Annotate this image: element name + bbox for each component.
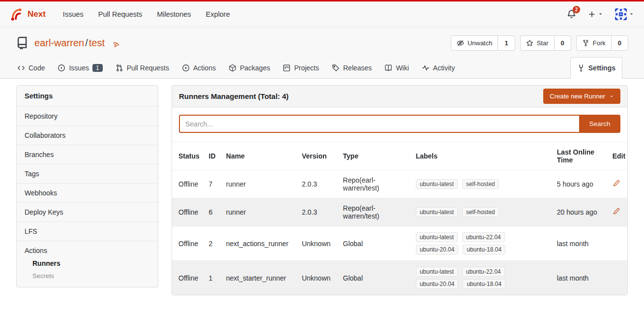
tab-pull-requests[interactable]: Pull Requests [109,57,176,78]
user-menu-dropdown[interactable] [615,8,634,20]
sidebar-item-branches[interactable]: Branches [17,145,158,164]
package-icon [229,64,236,72]
notifications-button[interactable]: 2 [567,9,576,19]
tab-projects-label: Projects [294,64,319,72]
star-label: Star [537,39,549,47]
sidebar-item-secrets[interactable]: Secrets [32,272,150,280]
unwatch-button[interactable]: Unwatch [451,36,498,50]
tab-code[interactable]: Code [11,57,51,78]
fork-button-group: Fork 0 [576,35,628,51]
tab-code-label: Code [29,64,45,72]
runner-status: Offline [172,226,205,261]
nav-link-issues[interactable]: Issues [56,10,91,18]
sidebar-item-deploy-keys[interactable]: Deploy Keys [17,202,158,222]
runners-panel-header: Runners Management (Total: 4) Create new… [172,86,627,107]
runner-last-online: 5 hours ago [553,170,609,198]
create-new-dropdown[interactable] [588,10,603,18]
sidebar-item-webhooks[interactable]: Webhooks [17,183,158,202]
pencil-icon [613,208,620,215]
sidebar-item-runners[interactable]: Runners [32,259,150,267]
fork-label: Fork [593,39,606,47]
sidebar-item-collaborators[interactable]: Collaborators [17,126,158,145]
settings-sidebar: Settings Repository Collaborators Branch… [16,85,158,287]
tab-issues-label: Issues [69,64,88,72]
sidebar-item-actions[interactable]: Actions [25,247,150,254]
runner-name: next_starter_runner [222,261,298,295]
sidebar-item-repository[interactable]: Repository [17,106,158,126]
edit-runner-button[interactable] [613,180,620,187]
tab-issues[interactable]: Issues 1 [51,57,109,78]
tab-packages-label: Packages [240,64,270,72]
runners-panel: Runners Management (Total: 4) Create new… [172,85,628,295]
brand-name: Next [28,9,46,19]
sidebar-group-actions: Actions Runners Secrets [17,241,158,287]
search-input[interactable] [179,115,579,133]
runner-label: self-hosted [462,179,499,189]
tab-projects[interactable]: Projects [276,57,325,78]
col-name: Name [222,142,298,170]
unwatch-label: Unwatch [468,39,493,47]
col-id: ID [205,142,222,170]
project-board-icon [283,64,291,72]
table-row: Offline 2 next_actions_runner Unknown Gl… [172,226,627,261]
tab-settings[interactable]: Settings [570,57,622,79]
runner-version: 2.0.3 [298,170,339,198]
runners-table: Status ID Name Version Type Labels Last … [172,142,627,295]
table-row: Offline 1 next_starter_runner Unknown Gl… [172,261,627,295]
tab-releases[interactable]: Releases [325,57,378,78]
chevron-down-icon [598,11,603,17]
forks-count[interactable]: 0 [611,36,628,50]
watch-button-group: Unwatch 1 [451,35,515,51]
runner-label: ubuntu-latest [416,207,458,217]
tab-activity[interactable]: Activity [415,57,461,78]
runner-label: ubuntu-20.04 [416,245,459,254]
star-button[interactable]: Star [521,36,554,50]
runner-status: Offline [172,170,205,198]
edit-runner-button[interactable] [613,208,620,215]
tag-icon [332,64,340,72]
runner-type: Repo(earl-warren/test) [339,198,412,226]
runner-label: ubuntu-latest [416,267,458,277]
watchers-count[interactable]: 1 [498,36,514,50]
sidebar-item-tags[interactable]: Tags [17,164,158,183]
create-new-runner-label: Create new Runner [550,93,605,100]
tab-wiki[interactable]: Wiki [378,57,415,78]
rss-feed-icon[interactable] [112,39,121,48]
runner-name: runner [222,170,298,198]
runner-id: 2 [205,226,222,261]
create-new-runner-button[interactable]: Create new Runner [543,89,620,104]
notification-count-badge: 2 [573,6,580,13]
col-type: Type [339,142,412,170]
nav-link-explore[interactable]: Explore [199,10,237,18]
tools-icon [577,64,585,72]
nav-link-pull-requests[interactable]: Pull Requests [91,10,149,18]
book-open-icon [384,64,392,72]
sidebar-item-lfs[interactable]: LFS [17,222,158,241]
stars-count[interactable]: 0 [554,36,571,50]
tab-releases-label: Releases [343,64,372,72]
tab-packages[interactable]: Packages [222,57,276,78]
nav-link-milestones[interactable]: Milestones [149,10,198,18]
runner-label: ubuntu-latest [416,179,458,189]
repo-path-separator: / [85,37,88,48]
settings-content: Settings Repository Collaborators Branch… [0,79,644,305]
tab-actions[interactable]: Actions [176,57,222,78]
repo-owner-link[interactable]: earl-warren [34,37,84,48]
forgejo-logo-icon [10,7,23,21]
runner-status: Offline [172,198,205,226]
home-logo-link[interactable]: Next [10,7,46,21]
runner-label: ubuntu-18.04 [463,245,505,254]
runner-last-online: 20 hours ago [553,198,609,226]
fork-button[interactable]: Fork [577,36,611,50]
search-button[interactable]: Search [579,115,620,133]
repo-name-link[interactable]: test [89,37,105,48]
tab-actions-label: Actions [193,64,216,72]
tab-settings-label: Settings [588,64,615,72]
runner-label: ubuntu-20.04 [416,279,459,289]
runner-type: Repo(earl-warren/test) [339,170,412,198]
tab-pull-requests-label: Pull Requests [127,64,169,72]
col-last-online: Last Online Time [553,142,609,170]
star-button-group: Star 0 [520,35,571,51]
chevron-down-icon [629,11,634,17]
star-icon [526,39,533,47]
